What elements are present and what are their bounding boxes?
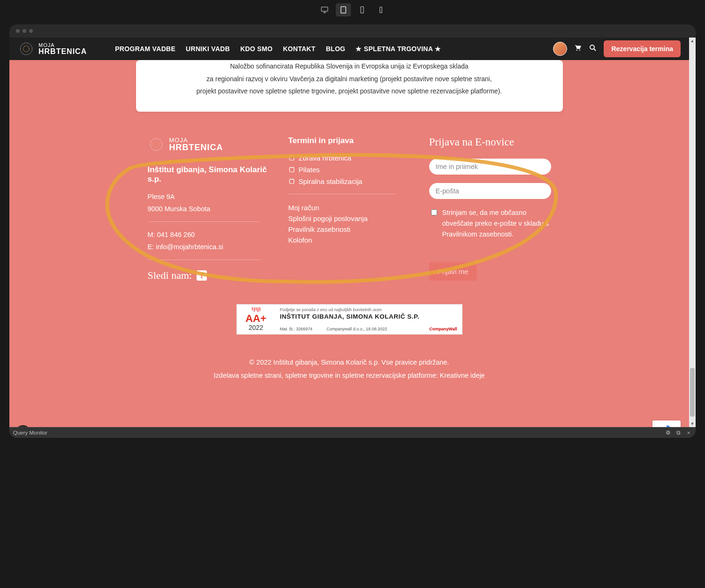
svg-point-6 (590, 45, 594, 49)
addr-line: 9000 Murska Sobota (148, 203, 270, 215)
nav-item[interactable]: ★ SPLETNA TRGOVINA ★ (356, 45, 441, 53)
booking-item[interactable]: Pilates (288, 166, 410, 174)
close-icon[interactable]: × (685, 430, 692, 435)
nav-item[interactable]: URNIKI VADB (186, 45, 230, 53)
preview-stage: MOJA HRBTENICA PROGRAM VADBE URNIKI VADB… (0, 20, 705, 438)
rating-badge[interactable]: AA+ 2022 Podjetje se ponaša z eno od naj… (236, 304, 462, 335)
search-icon[interactable] (589, 44, 597, 54)
svg-rect-0 (321, 7, 328, 11)
recaptcha-badge[interactable]: reCAPTCHA (652, 420, 681, 427)
footer-logo: MOJA HRBTENICA (148, 136, 270, 153)
footer-link[interactable]: Pravilnik zasebnosti (288, 225, 410, 233)
svg-rect-2 (361, 7, 364, 13)
device-phone-small[interactable] (373, 3, 388, 16)
badge-rating: AA+ 2022 (237, 305, 275, 334)
svg-rect-10 (289, 168, 294, 172)
gear-icon[interactable] (15, 425, 31, 427)
nav-item[interactable]: KONTAKT (283, 45, 316, 53)
consent-text: Strinjam se, da me občasno obveščate pre… (442, 207, 551, 240)
viewport: MOJA HRBTENICA PROGRAM VADBE URNIKI VADB… (9, 38, 696, 427)
booking-item[interactable]: Spiralna stabilizacija (288, 177, 410, 185)
consent-checkbox-wrap[interactable]: Strinjam se, da me občasno obveščate pre… (429, 207, 551, 240)
copy-line: © 2022 Inštitut gibanja, Simona Kolarič … (9, 356, 689, 369)
cart-icon[interactable] (574, 44, 582, 54)
rating-value: AA+ (245, 313, 266, 324)
follow-us: Sledi nam: f (148, 269, 270, 282)
badge-tagline: Podjetje se ponaša z eno od najboljših b… (280, 307, 457, 312)
email-link[interactable]: info@mojahrbtenica.si (156, 243, 223, 251)
subscribe-button[interactable]: Prijavi me (429, 262, 477, 281)
svg-rect-9 (289, 156, 294, 160)
booking-label: Pilates (299, 166, 320, 174)
link-list: Moj račun Splošni pogoji poslovanja Prav… (288, 204, 410, 244)
facebook-icon[interactable]: f (197, 270, 207, 281)
rating-year: 2022 (249, 324, 263, 331)
footer-link[interactable]: Splošni pogoji poslovanja (288, 214, 410, 222)
newsletter-title: Prijava na E-novice (429, 136, 551, 148)
settings-icon[interactable]: ⚙ (665, 429, 671, 436)
booking-list: Zdrava hrbtenica Pilates Spiralna stabil… (288, 154, 410, 185)
scroll-thumb[interactable] (690, 368, 695, 417)
device-phone-large[interactable] (355, 3, 370, 16)
funding-card: Naložbo sofinancirata Republika Slovenij… (136, 60, 563, 112)
brand-logo[interactable]: MOJA HRBTENICA (18, 40, 87, 57)
follow-label: Sledi nam: (148, 269, 192, 282)
card-line: za regionalni razvoj v okviru Vavčerja z… (150, 73, 549, 85)
company-name: Inštitut gibanja, Simona Kolarič s.p. (148, 165, 270, 184)
footer-brand-line2: HRBTENICA (169, 143, 223, 152)
dot-min[interactable] (23, 29, 26, 33)
badge-company: INŠTITUT GIBANJA, SIMONA KOLARIČ S.P. (280, 313, 457, 320)
divider (288, 194, 396, 194)
email-label: E: (148, 243, 154, 251)
window-controls (9, 24, 696, 38)
email-input[interactable] (429, 183, 551, 199)
copy-line: Izdelava spletne strani, spletne trgovin… (9, 369, 689, 382)
footer-col-links: Termini in prijava Zdrava hrbtenica Pila… (288, 136, 410, 282)
mat-number: 3266974 (296, 327, 312, 331)
copyright: © 2022 Inštitut gibanja, Simona Kolarič … (9, 356, 689, 401)
dot-max[interactable] (29, 29, 33, 33)
device-desktop[interactable] (317, 3, 332, 16)
svg-point-8 (153, 141, 159, 147)
nav-item[interactable]: BLOG (326, 45, 346, 53)
consent-checkbox[interactable] (431, 209, 437, 215)
svg-point-5 (23, 46, 30, 52)
site-header: MOJA HRBTENICA PROGRAM VADBE URNIKI VADB… (9, 38, 689, 60)
svg-point-4 (20, 43, 32, 54)
browser-frame: MOJA HRBTENICA PROGRAM VADBE URNIKI VADB… (9, 24, 696, 438)
svg-point-7 (150, 138, 162, 150)
nav-item[interactable]: KDO SMO (240, 45, 273, 53)
footer-col-newsletter: Prijava na E-novice Strinjam se, da me o… (429, 136, 551, 282)
scroll-up-icon[interactable]: ▲ (689, 38, 696, 44)
query-monitor-link[interactable]: Query Monitor (13, 430, 47, 435)
card-line: Naložbo sofinancirata Republika Slovenij… (150, 60, 549, 73)
divider (148, 221, 260, 222)
card-line: projekt postavitve nove spletne spletne … (150, 85, 549, 98)
dot-close[interactable] (16, 29, 20, 33)
popout-icon[interactable]: ⧉ (675, 430, 682, 436)
badge-issuer: Companywall d.o.o., 18.08.2022 (326, 327, 387, 331)
nav-item[interactable]: PROGRAM VADBE (115, 45, 175, 53)
svg-rect-1 (341, 7, 346, 13)
site-content: MOJA HRBTENICA PROGRAM VADBE URNIKI VADB… (9, 38, 689, 427)
scroll-down-icon[interactable]: ▼ (689, 420, 696, 427)
scrollbar-vertical[interactable]: ▲ ▼ (689, 38, 696, 427)
booking-item[interactable]: Zdrava hrbtenica (288, 154, 410, 162)
addr-line: Plese 9A (148, 191, 270, 203)
phone-link[interactable]: 041 846 260 (157, 231, 195, 238)
booking-label: Zdrava hrbtenica (299, 154, 352, 162)
footer-link[interactable]: Kolofon (288, 236, 410, 244)
footer-link[interactable]: Moj račun (288, 204, 410, 212)
phone-label: M: (148, 231, 155, 238)
badge-brand: CompanyWall (429, 327, 457, 331)
booking-label: Spiralna stabilizacija (299, 177, 363, 185)
device-tablet[interactable] (336, 3, 351, 16)
page-body: Naložbo sofinancirata Republika Slovenij… (9, 60, 689, 427)
name-input[interactable] (429, 159, 551, 175)
booking-title: Termini in prijava (288, 136, 410, 145)
reserve-button[interactable]: Rezervacija termina (604, 40, 681, 57)
divider (148, 260, 260, 260)
avatar[interactable] (553, 42, 567, 56)
brand-line2: HRBTENICA (38, 48, 87, 55)
bottom-toolbar: Query Monitor ⚙ ⧉ × (9, 427, 696, 438)
